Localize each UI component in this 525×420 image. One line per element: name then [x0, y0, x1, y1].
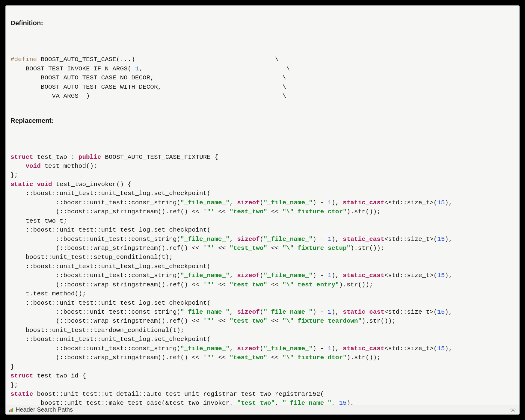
token-keyword: struct — [10, 372, 33, 379]
svg-point-0 — [512, 409, 514, 411]
token-number: 1 — [328, 236, 332, 243]
token-string: "test_two" — [230, 281, 267, 288]
token-string: "\" fixture ctor" — [282, 208, 346, 215]
code-text: test_method(); — [41, 163, 97, 170]
code-text: ( — [260, 236, 264, 243]
code-text: test_two : — [33, 154, 79, 161]
code-text: << — [215, 208, 230, 215]
definition-header: Definition: — [10, 18, 515, 28]
code-text: ::boost::unit_test::unit_test_log.set_ch… — [10, 226, 211, 233]
code-text: , — [230, 309, 237, 315]
token-number: 1 — [328, 272, 332, 279]
code-text: BOOST_AUTO_TEST_CASE_WITH_DECOR, \ — [10, 84, 286, 90]
token-keyword: static — [10, 391, 33, 398]
code-text: ), — [331, 309, 343, 315]
code-text: test_two t; — [10, 217, 67, 224]
token-string: "_file_name_" — [263, 199, 313, 206]
code-text: boost::unit_test::teardown_conditional(t… — [10, 327, 184, 334]
token-keyword: static_cast — [343, 199, 384, 206]
code-text: } — [10, 363, 14, 370]
token-keyword: void — [10, 163, 41, 170]
code-text: ).str()); — [347, 354, 381, 361]
code-text: << — [215, 245, 230, 252]
token-number: 15 — [437, 272, 445, 279]
code-text: <std::size_t>( — [384, 345, 437, 352]
code-text: ), — [347, 400, 354, 405]
code-text: BOOST_TEST_INVOKE_IF_N_ARGS( — [10, 65, 135, 72]
code-text: (::boost::wrap_stringstream().ref() << — [10, 281, 203, 288]
code-text: <std::size_t>( — [384, 309, 437, 315]
code-text: << — [267, 354, 282, 361]
token-string: "_file_name_" — [282, 400, 331, 405]
code-text: ) - — [313, 272, 328, 279]
code-text: ::boost::unit_test::unit_test_log.set_ch… — [10, 263, 211, 270]
bars-icon — [9, 407, 13, 412]
token-string: "_file_name_" — [263, 236, 313, 243]
code-text: ), — [331, 236, 343, 243]
code-text: boost::unit_test::ut_detail::auto_test_u… — [33, 391, 324, 398]
token-string: "_file_name_" — [180, 309, 230, 315]
code-text: ), — [445, 345, 452, 352]
token-keyword: void — [33, 181, 52, 188]
code-text: ::boost::unit_test::unit_test_log.set_ch… — [10, 300, 211, 306]
token-keyword: sizeof — [237, 236, 260, 243]
code-text: ), — [445, 236, 452, 243]
code-text: ::boost::unit_test::const_string( — [10, 236, 180, 243]
token-number: 15 — [437, 345, 445, 352]
code-text: ) - — [313, 236, 328, 243]
token-number: 1 — [328, 199, 332, 206]
code-text: , \ — [139, 65, 290, 72]
code-text: ( — [260, 272, 264, 279]
token-number: 15 — [437, 236, 445, 243]
code-text: (::boost::wrap_stringstream().ref() << — [10, 354, 203, 361]
token-string: "test_two" — [230, 354, 267, 361]
token-preprocessor: #define — [10, 56, 37, 63]
code-text: ( — [260, 199, 264, 206]
code-text: (::boost::wrap_stringstream().ref() << — [10, 245, 203, 252]
token-string: "_file_name_" — [263, 272, 313, 279]
token-keyword: static_cast — [343, 309, 384, 315]
token-string: "test_two" — [230, 208, 267, 215]
token-string: '"' — [203, 281, 215, 288]
token-keyword: public — [79, 154, 101, 161]
token-number: 15 — [437, 309, 445, 315]
code-text: BOOST_AUTO_TEST_CASE_FIXTURE { — [101, 154, 218, 161]
token-string: "\" fixture teardown" — [282, 318, 362, 324]
code-text: , — [230, 272, 237, 279]
token-string: '"' — [203, 245, 215, 252]
code-text: , — [275, 400, 282, 405]
code-text: <std::size_t>( — [384, 236, 437, 243]
code-text: ), — [331, 199, 343, 206]
code-text: ), — [445, 199, 452, 206]
breadcrumb[interactable]: Header Search Paths — [9, 406, 73, 413]
code-text: << — [267, 245, 282, 252]
code-text: BOOST_AUTO_TEST_CASE_NO_DECOR, \ — [10, 74, 286, 81]
token-number: 1 — [328, 309, 332, 315]
code-text: << — [267, 281, 282, 288]
token-string: "_file_name_" — [180, 272, 230, 279]
token-string: "_file_name_" — [263, 309, 313, 315]
token-string: "_file_name_" — [180, 236, 230, 243]
code-text: << — [215, 354, 230, 361]
token-keyword: sizeof — [237, 199, 260, 206]
code-text: ), — [445, 309, 452, 315]
status-bar: Header Search Paths — [6, 405, 519, 414]
code-text: boost::unit_test::make_test_case(&test_t… — [10, 400, 237, 405]
code-text: ) - — [313, 199, 328, 206]
code-text: ::boost::unit_test::const_string( — [10, 309, 180, 315]
code-content: Definition: #define BOOST_AUTO_TEST_CASE… — [6, 6, 519, 405]
token-number: 15 — [339, 400, 346, 405]
code-text: ).str()); — [362, 318, 396, 324]
gear-icon[interactable] — [510, 407, 516, 413]
code-text: ( — [260, 309, 264, 315]
token-number: 1 — [135, 65, 139, 72]
code-text: ).str()); — [350, 245, 384, 252]
token-string: "\" fixture dtor" — [282, 354, 346, 361]
token-string: '"' — [203, 354, 215, 361]
token-string: "\" fixture setup" — [282, 245, 350, 252]
code-text: <std::size_t>( — [384, 199, 437, 206]
code-text: }; — [10, 172, 18, 179]
token-keyword: static — [10, 181, 33, 188]
code-text: test_two_invoker() { — [52, 181, 132, 188]
code-text: ) - — [313, 309, 328, 315]
